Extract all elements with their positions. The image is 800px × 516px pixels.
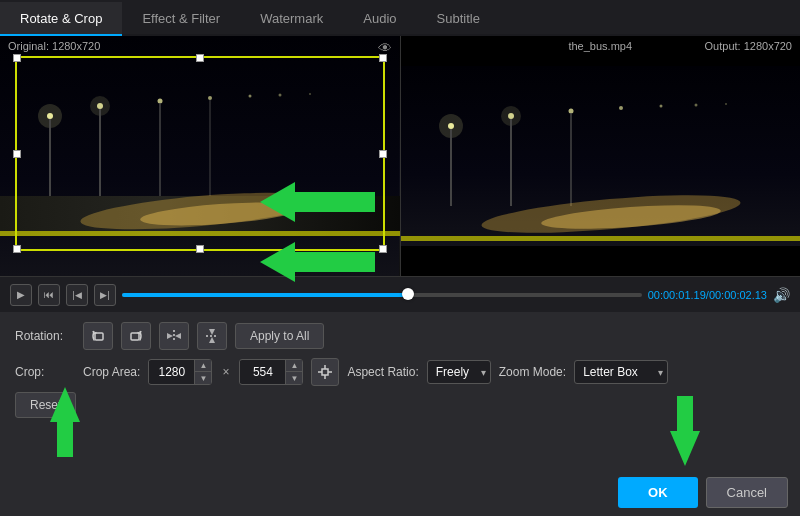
aspect-ratio-label: Aspect Ratio: <box>347 365 418 379</box>
skip-back-button[interactable]: ⏮ <box>38 284 60 306</box>
tab-subtitle[interactable]: Subtitle <box>417 2 500 36</box>
svg-marker-53 <box>50 387 80 457</box>
reset-arrow-annotation <box>45 382 165 462</box>
zoom-mode-select[interactable]: Letter Box Pan & Scan Full <box>574 360 668 384</box>
svg-marker-43 <box>167 333 173 339</box>
original-video-panel: Original: 1280x720 👁 <box>0 36 401 276</box>
time-display: 00:00:01.19/00:00:02.13 <box>648 289 767 301</box>
svg-marker-54 <box>670 396 700 466</box>
width-spin-down[interactable]: ▼ <box>195 372 211 384</box>
crop-handle-tl[interactable] <box>13 54 21 62</box>
rotation-label: Rotation: <box>15 329 75 343</box>
tab-audio[interactable]: Audio <box>343 2 416 36</box>
crop-area-label: Crop Area: <box>83 365 140 379</box>
svg-rect-52 <box>322 369 328 375</box>
height-spin-down[interactable]: ▼ <box>286 372 302 384</box>
original-label: Original: 1280x720 <box>8 40 100 52</box>
video-area: Original: 1280x720 👁 <box>0 36 800 276</box>
height-spin-btns: ▲ ▼ <box>285 360 302 384</box>
aspect-ratio-select-wrapper: Freely 16:9 4:3 1:1 9:16 <box>427 360 491 384</box>
play-icon: ▶ <box>17 289 25 300</box>
crop-handle-rm[interactable] <box>379 150 387 158</box>
rotate-left-btn[interactable] <box>83 322 113 350</box>
filename-label: the_bus.mp4 <box>568 40 632 52</box>
center-icon <box>317 364 333 380</box>
svg-point-27 <box>568 109 573 114</box>
svg-marker-44 <box>175 333 181 339</box>
aspect-ratio-select[interactable]: Freely 16:9 4:3 1:1 9:16 <box>427 360 491 384</box>
tab-rotate-crop[interactable]: Rotate & Crop <box>0 2 122 36</box>
svg-rect-40 <box>95 333 103 340</box>
dimension-separator: × <box>220 365 231 379</box>
prev-frame-icon: |◀ <box>72 290 81 300</box>
next-frame-button[interactable]: ▶| <box>94 284 116 306</box>
svg-point-30 <box>659 105 662 108</box>
tab-effect-filter[interactable]: Effect & Filter <box>122 2 240 36</box>
tab-bar: Rotate & Crop Effect & Filter Watermark … <box>0 0 800 36</box>
tab-watermark[interactable]: Watermark <box>240 2 343 36</box>
zoom-mode-label: Zoom Mode: <box>499 365 566 379</box>
ok-button[interactable]: OK <box>618 477 698 508</box>
center-crop-button[interactable] <box>311 358 339 386</box>
flip-vertical-btn[interactable] <box>197 322 227 350</box>
svg-rect-19 <box>401 246 801 276</box>
skip-back-icon: ⏮ <box>44 289 54 300</box>
crop-handle-tm[interactable] <box>196 54 204 62</box>
progress-bar[interactable] <box>122 293 642 297</box>
svg-point-29 <box>619 106 623 110</box>
svg-point-31 <box>694 104 697 107</box>
svg-marker-46 <box>209 329 215 335</box>
cancel-button[interactable]: Cancel <box>706 477 788 508</box>
width-spin-up[interactable]: ▲ <box>195 360 211 372</box>
flip-horizontal-btn[interactable] <box>159 322 189 350</box>
crop-handle-br[interactable] <box>379 245 387 253</box>
crop-width-input[interactable] <box>149 361 194 383</box>
crop-box[interactable] <box>15 56 385 251</box>
bottom-bar: OK Cancel <box>606 469 800 516</box>
width-spin-btns: ▲ ▼ <box>194 360 211 384</box>
ok-arrow-annotation <box>655 391 715 471</box>
svg-point-32 <box>725 103 727 105</box>
rotation-row: Rotation: <box>15 322 785 350</box>
play-button[interactable]: ▶ <box>10 284 32 306</box>
progress-fill <box>122 293 408 297</box>
next-frame-icon: ▶| <box>100 290 109 300</box>
crop-section-label: Crop: <box>15 365 75 379</box>
video-bg-right <box>401 36 801 276</box>
rotate-right-icon <box>128 328 144 344</box>
crop-height-input[interactable] <box>240 361 285 383</box>
progress-thumb[interactable] <box>402 288 414 300</box>
output-video-panel: the_bus.mp4 Output: 1280x720 <box>401 36 801 276</box>
rotate-left-icon <box>90 328 106 344</box>
zoom-mode-select-wrapper: Letter Box Pan & Scan Full <box>574 360 668 384</box>
crop-handle-bl[interactable] <box>13 245 21 253</box>
output-label: Output: 1280x720 <box>705 40 792 52</box>
volume-icon[interactable]: 🔊 <box>773 287 790 303</box>
apply-all-button[interactable]: Apply to All <box>235 323 324 349</box>
svg-rect-35 <box>401 236 801 241</box>
height-spin-up[interactable]: ▲ <box>286 360 302 372</box>
svg-rect-41 <box>131 333 139 340</box>
flip-v-icon <box>204 328 220 344</box>
playback-bar: ▶ ⏮ |◀ ▶| 00:00:01.19/00:00:02.13 🔊 <box>0 276 800 312</box>
crop-height-input-group: ▲ ▼ <box>239 359 303 385</box>
svg-marker-47 <box>209 337 215 343</box>
crop-handle-lm[interactable] <box>13 150 21 158</box>
prev-frame-button[interactable]: |◀ <box>66 284 88 306</box>
rotate-right-btn[interactable] <box>121 322 151 350</box>
crop-handle-tr[interactable] <box>379 54 387 62</box>
crop-handle-bm[interactable] <box>196 245 204 253</box>
flip-h-icon <box>166 328 182 344</box>
